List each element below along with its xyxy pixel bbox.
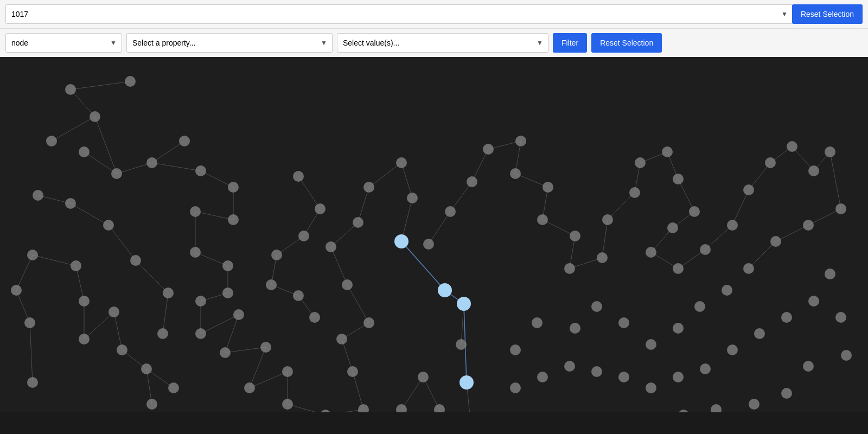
svg-point-135	[423, 239, 434, 250]
svg-point-114	[220, 347, 231, 358]
svg-point-149	[662, 146, 673, 157]
svg-point-204	[117, 344, 127, 355]
filter-button[interactable]: Filter	[553, 33, 587, 53]
svg-line-54	[678, 179, 694, 212]
svg-point-176	[537, 372, 548, 382]
svg-point-180	[646, 382, 656, 393]
svg-point-196	[27, 250, 38, 260]
svg-point-125	[326, 241, 336, 252]
svg-line-81	[136, 260, 168, 293]
svg-point-161	[825, 146, 835, 157]
svg-point-110	[222, 288, 233, 298]
svg-point-153	[646, 247, 656, 258]
svg-point-132	[457, 297, 471, 311]
svg-line-18	[225, 347, 266, 353]
svg-line-60	[732, 190, 749, 225]
svg-point-171	[591, 301, 602, 312]
svg-line-41	[472, 149, 488, 182]
svg-line-40	[450, 182, 472, 212]
svg-point-141	[542, 182, 553, 193]
svg-point-175	[510, 382, 521, 393]
svg-point-106	[228, 214, 239, 225]
svg-line-0	[71, 81, 130, 90]
svg-point-166	[722, 285, 732, 296]
svg-line-39	[429, 212, 450, 244]
svg-point-199	[27, 377, 38, 388]
svg-point-207	[168, 382, 179, 393]
svg-point-121	[347, 366, 358, 377]
svg-point-163	[803, 220, 814, 231]
svg-line-27	[347, 285, 369, 323]
values-select[interactable]: Select value(s)...	[337, 33, 548, 53]
svg-point-211	[103, 220, 114, 231]
svg-line-75	[84, 312, 114, 339]
svg-point-130	[394, 234, 409, 248]
svg-point-181	[673, 372, 684, 382]
svg-point-162	[835, 203, 846, 214]
svg-point-208	[157, 328, 168, 339]
svg-point-99	[46, 136, 57, 146]
svg-point-98	[90, 111, 100, 122]
property-select[interactable]: Select a property...	[126, 33, 333, 53]
svg-point-151	[689, 206, 700, 217]
svg-line-7	[152, 163, 201, 171]
svg-point-148	[635, 157, 646, 168]
property-select-wrapper: Select a property... ▼	[126, 33, 333, 53]
svg-point-206	[146, 399, 157, 410]
svg-point-172	[570, 323, 580, 334]
svg-line-65	[830, 152, 841, 209]
reset-selection-button-bottom[interactable]: Reset Selection	[591, 33, 662, 53]
svg-point-167	[694, 301, 705, 312]
svg-line-5	[84, 152, 117, 174]
svg-point-134	[459, 375, 474, 390]
svg-line-46	[542, 220, 575, 236]
svg-point-160	[808, 165, 819, 176]
svg-point-168	[673, 323, 684, 334]
svg-point-113	[233, 309, 244, 320]
svg-line-76	[114, 312, 122, 350]
svg-point-197	[11, 285, 22, 296]
svg-point-220	[309, 312, 320, 323]
svg-point-97	[125, 76, 136, 87]
svg-line-71	[30, 323, 33, 382]
svg-point-111	[195, 296, 206, 307]
svg-point-223	[434, 404, 445, 412]
svg-point-100	[79, 146, 90, 157]
svg-line-66	[808, 209, 841, 225]
svg-point-217	[271, 250, 282, 260]
svg-line-68	[749, 241, 776, 269]
svg-line-1	[71, 90, 95, 117]
svg-point-115	[260, 342, 271, 353]
svg-line-28	[331, 247, 347, 285]
node-type-select[interactable]: node edge	[5, 33, 122, 53]
svg-point-123	[363, 317, 374, 328]
svg-line-4	[117, 163, 152, 174]
reset-selection-button-top[interactable]: Reset Selection	[792, 4, 863, 24]
svg-point-179	[618, 372, 629, 382]
svg-point-127	[363, 182, 374, 193]
svg-point-200	[71, 260, 81, 271]
graph-canvas[interactable]	[0, 57, 868, 412]
svg-point-107	[190, 206, 201, 217]
svg-point-209	[163, 288, 174, 298]
svg-point-138	[483, 144, 494, 155]
svg-point-155	[700, 244, 711, 255]
svg-point-190	[803, 361, 814, 372]
svg-point-158	[765, 157, 776, 168]
svg-point-210	[130, 255, 141, 266]
svg-point-178	[591, 366, 602, 377]
svg-point-152	[667, 222, 678, 233]
svg-point-144	[564, 263, 575, 274]
svg-point-128	[396, 157, 407, 168]
svg-point-198	[24, 317, 35, 328]
svg-point-102	[146, 157, 157, 168]
svg-point-170	[618, 317, 629, 328]
svg-line-82	[108, 225, 136, 260]
search-input[interactable]	[5, 4, 793, 24]
svg-point-154	[673, 263, 684, 274]
svg-line-92	[423, 377, 439, 410]
svg-point-189	[841, 350, 852, 361]
svg-point-169	[646, 339, 656, 350]
svg-point-124	[342, 279, 353, 290]
svg-point-145	[597, 252, 608, 263]
